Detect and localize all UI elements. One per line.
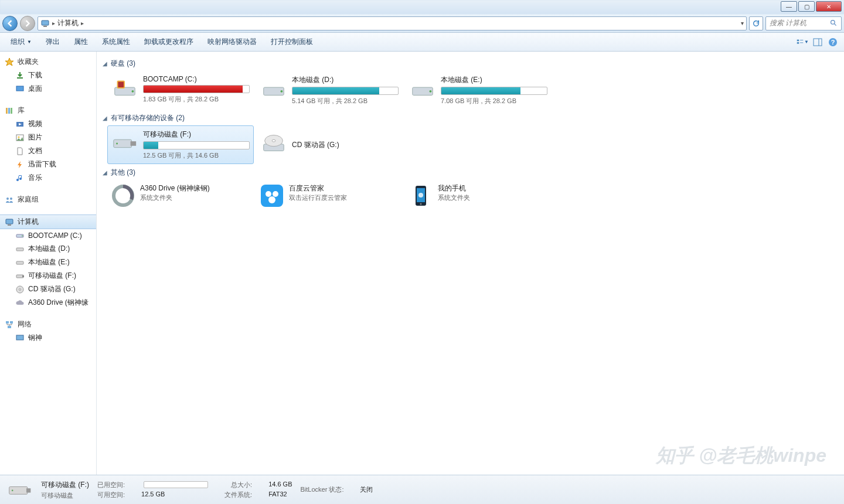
sidebar-item-desktop[interactable]: 桌面 xyxy=(0,82,96,96)
nav-bar: ▸ 计算机 ▸ ▾ 搜索 计算机 xyxy=(0,14,844,33)
svg-rect-13 xyxy=(6,108,8,114)
desktop-icon xyxy=(15,84,25,94)
section-other[interactable]: ◢其他 (3) xyxy=(103,164,838,180)
back-button[interactable] xyxy=(2,16,18,31)
svg-rect-8 xyxy=(814,39,822,46)
svg-point-52 xyxy=(273,191,278,197)
usb-icon xyxy=(15,271,25,281)
forward-button[interactable] xyxy=(20,16,35,31)
svg-point-30 xyxy=(19,288,21,290)
hdd-icon xyxy=(409,75,436,102)
breadcrumb-item[interactable]: 计算机 xyxy=(57,18,79,28)
computer-icon xyxy=(5,217,14,227)
svg-point-57 xyxy=(418,193,423,197)
sidebar-item-drive-g[interactable]: CD 驱动器 (G:) xyxy=(0,282,96,296)
collapse-icon: ◢ xyxy=(103,169,107,176)
usb-drive-icon xyxy=(111,130,138,156)
section-removable[interactable]: ◢有可移动存储的设备 (2) xyxy=(103,110,838,125)
svg-rect-25 xyxy=(16,248,23,251)
collapse-icon: ◢ xyxy=(103,115,107,121)
pc-icon xyxy=(15,333,25,343)
sidebar-item-drive-f[interactable]: 可移动磁盘 (F:) xyxy=(0,269,96,282)
svg-rect-0 xyxy=(42,21,49,25)
svg-rect-32 xyxy=(10,321,13,323)
svg-rect-59 xyxy=(26,488,30,492)
svg-rect-26 xyxy=(16,261,23,264)
drive-item[interactable]: 本地磁盘 (E:)7.08 GB 可用 , 共 28.2 GB xyxy=(405,71,552,110)
svg-rect-22 xyxy=(8,224,11,226)
svg-point-56 xyxy=(420,203,422,205)
network-icon xyxy=(5,320,14,329)
drive-item[interactable]: 可移动磁盘 (F:)12.5 GB 可用 , 共 14.6 GB xyxy=(107,125,254,164)
sidebar-item-pictures[interactable]: 图片 xyxy=(0,131,96,144)
svg-rect-34 xyxy=(16,335,23,340)
other-item[interactable]: 我的手机系统文件夹 xyxy=(405,180,552,212)
svg-point-20 xyxy=(10,197,12,200)
video-icon xyxy=(15,120,25,129)
other-item[interactable]: A360 Drive (钢神缘钢)系统文件夹 xyxy=(107,180,254,212)
drive-icon xyxy=(15,231,25,240)
sidebar-libraries[interactable]: 库 xyxy=(0,104,96,117)
cd-icon xyxy=(15,285,25,294)
view-options-icon[interactable]: ▼ xyxy=(796,36,809,49)
sidebar-favorites[interactable]: 收藏夹 xyxy=(0,55,96,69)
sidebar-item-downloads[interactable]: 下载 xyxy=(0,69,96,82)
svg-rect-5 xyxy=(797,42,799,44)
search-input[interactable]: 搜索 计算机 xyxy=(765,16,842,30)
svg-point-2 xyxy=(831,21,835,25)
organize-button[interactable]: 组织 ▼ xyxy=(5,35,38,49)
star-icon xyxy=(5,57,14,67)
svg-rect-1 xyxy=(43,26,47,27)
download-icon xyxy=(15,71,25,80)
other-item[interactable]: 百度云管家双击运行百度云管家 xyxy=(256,180,403,212)
close-button[interactable]: ✕ xyxy=(816,1,842,12)
sidebar-item-network-pc[interactable]: 钢神 xyxy=(0,331,96,345)
sidebar-network[interactable]: 网络 xyxy=(0,318,96,331)
sidebar-homegroup[interactable]: 家庭组 xyxy=(0,193,96,206)
usb-drive-icon xyxy=(7,479,33,501)
sidebar-item-music[interactable]: 音乐 xyxy=(0,171,96,185)
search-placeholder: 搜索 计算机 xyxy=(770,18,806,28)
preview-pane-icon[interactable] xyxy=(811,36,824,49)
section-hdd[interactable]: ◢硬盘 (3) xyxy=(103,55,838,71)
svg-rect-50 xyxy=(261,185,283,207)
drive-item[interactable]: BOOTCAMP (C:)1.83 GB 可用 , 共 28.2 GB xyxy=(107,71,254,110)
eject-button[interactable]: 弹出 xyxy=(40,35,66,49)
minimize-button[interactable]: — xyxy=(781,1,797,12)
svg-rect-21 xyxy=(6,219,13,224)
drive-item[interactable]: CD 驱动器 (G:) xyxy=(256,125,403,164)
sidebar-item-drive-e[interactable]: 本地磁盘 (E:) xyxy=(0,256,96,269)
picture-icon xyxy=(15,133,25,142)
dropdown-icon[interactable]: ▾ xyxy=(741,20,744,26)
sidebar-item-drive-c[interactable]: BOOTCAMP (C:) xyxy=(0,229,96,242)
system-properties-button[interactable]: 系统属性 xyxy=(96,35,136,49)
hdd-icon xyxy=(260,75,287,102)
phone-icon xyxy=(409,183,433,208)
content-pane: ◢硬盘 (3) BOOTCAMP (C:)1.83 GB 可用 , 共 28.2… xyxy=(97,52,844,475)
drive-item[interactable]: 本地磁盘 (D:)5.14 GB 可用 , 共 28.2 GB xyxy=(256,71,403,110)
sidebar-item-a360[interactable]: A360 Drive (钢神缘 xyxy=(0,296,96,309)
chevron-right-icon: ▸ xyxy=(52,20,55,26)
sidebar-item-documents[interactable]: 文档 xyxy=(0,144,96,158)
svg-rect-12 xyxy=(16,86,23,91)
window-controls: — ▢ ✕ xyxy=(781,1,842,12)
address-bar[interactable]: ▸ 计算机 ▸ ▾ xyxy=(38,16,747,30)
sidebar-item-drive-d[interactable]: 本地磁盘 (D:) xyxy=(0,242,96,256)
uninstall-button[interactable]: 卸载或更改程序 xyxy=(138,35,199,49)
refresh-button[interactable] xyxy=(749,16,763,30)
properties-button[interactable]: 属性 xyxy=(68,35,94,49)
sidebar-item-videos[interactable]: 视频 xyxy=(0,117,96,131)
sidebar-computer[interactable]: 计算机 xyxy=(0,214,96,229)
collapse-icon: ◢ xyxy=(103,60,107,67)
sidebar: 收藏夹 下载 桌面 库 视频 图片 文档 迅雷下载 音乐 家庭组 计算 xyxy=(0,52,97,475)
maximize-button[interactable]: ▢ xyxy=(798,1,815,12)
sidebar-item-thunder[interactable]: 迅雷下载 xyxy=(0,158,96,171)
help-icon[interactable]: ? xyxy=(826,36,839,49)
baidu-icon xyxy=(260,183,284,208)
control-panel-button[interactable]: 打开控制面板 xyxy=(265,35,319,49)
document-icon xyxy=(15,147,25,156)
status-drive-type: 可移动磁盘 xyxy=(41,491,89,500)
map-drive-button[interactable]: 映射网络驱动器 xyxy=(202,35,263,49)
svg-point-24 xyxy=(22,236,23,237)
svg-point-53 xyxy=(268,196,275,203)
